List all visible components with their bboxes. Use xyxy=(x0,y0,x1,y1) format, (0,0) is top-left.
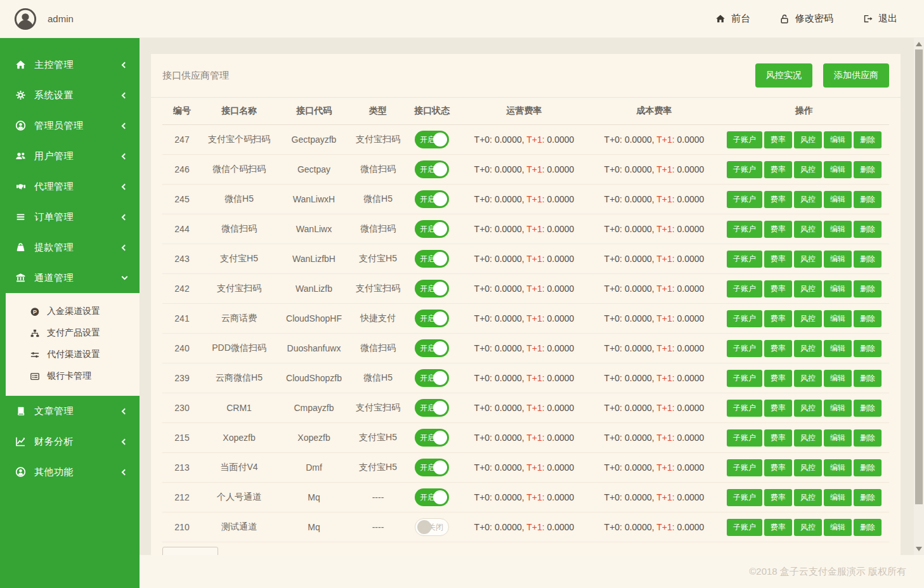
logout-link[interactable]: 退出 xyxy=(862,13,897,25)
add-provider-button[interactable]: 添加供应商 xyxy=(823,63,889,88)
subaccount-button[interactable]: 子账户 xyxy=(727,221,762,238)
edit-button[interactable]: 编辑 xyxy=(824,251,852,268)
edit-button[interactable]: 编辑 xyxy=(824,459,852,476)
status-toggle[interactable]: 开启 xyxy=(415,369,449,387)
rate-button[interactable]: 费率 xyxy=(764,429,792,447)
delete-button[interactable]: 删除 xyxy=(854,221,882,238)
status-toggle[interactable]: 开启 xyxy=(415,429,449,447)
sidebar-item-withdraw-management[interactable]: 提款管理 xyxy=(0,232,140,263)
risk-button[interactable]: 风控 xyxy=(794,221,822,238)
status-toggle[interactable]: 开启 xyxy=(415,220,449,238)
subaccount-button[interactable]: 子账户 xyxy=(727,191,762,208)
edit-button[interactable]: 编辑 xyxy=(824,221,852,238)
risk-button[interactable]: 风控 xyxy=(794,519,822,536)
status-toggle[interactable]: 开启 xyxy=(415,190,449,208)
subaccount-button[interactable]: 子账户 xyxy=(727,519,762,536)
rate-button[interactable]: 费率 xyxy=(764,161,792,178)
delete-button[interactable]: 删除 xyxy=(854,161,882,178)
subaccount-button[interactable]: 子账户 xyxy=(727,429,762,447)
edit-button[interactable]: 编辑 xyxy=(824,310,852,327)
subaccount-button[interactable]: 子账户 xyxy=(727,340,762,357)
sidebar-item-other-functions[interactable]: 其他功能 xyxy=(0,457,140,487)
risk-button[interactable]: 风控 xyxy=(794,400,822,417)
submenu-item-deposit-channel[interactable]: P 入金渠道设置 xyxy=(6,301,140,322)
status-toggle[interactable]: 关闭 xyxy=(415,518,449,536)
risk-button[interactable]: 风控 xyxy=(794,161,822,178)
rate-button[interactable]: 费率 xyxy=(764,131,792,148)
subaccount-button[interactable]: 子账户 xyxy=(727,251,762,268)
front-site-link[interactable]: 前台 xyxy=(715,13,750,25)
delete-button[interactable]: 删除 xyxy=(854,131,882,148)
status-toggle[interactable]: 开启 xyxy=(415,488,449,506)
edit-button[interactable]: 编辑 xyxy=(824,340,852,357)
status-toggle[interactable]: 开启 xyxy=(415,250,449,268)
sidebar-item-channel-management[interactable]: 通道管理 xyxy=(0,263,140,293)
submenu-item-pay-product[interactable]: 支付产品设置 xyxy=(6,322,140,344)
risk-button[interactable]: 风控 xyxy=(794,459,822,476)
scrollbar-thumb[interactable] xyxy=(915,49,923,504)
delete-button[interactable]: 删除 xyxy=(854,191,882,208)
risk-button[interactable]: 风控 xyxy=(794,131,822,148)
submenu-item-payout-channel[interactable]: 代付渠道设置 xyxy=(6,344,140,365)
risk-button[interactable]: 风控 xyxy=(794,489,822,506)
rate-button[interactable]: 费率 xyxy=(764,280,792,297)
status-toggle[interactable]: 开启 xyxy=(415,160,449,178)
pagination-partial-button[interactable] xyxy=(162,547,218,555)
risk-live-button[interactable]: 风控实况 xyxy=(755,63,812,88)
status-toggle[interactable]: 开启 xyxy=(415,280,449,297)
sidebar-item-agent-management[interactable]: 代理管理 xyxy=(0,171,140,202)
sidebar-item-user-management[interactable]: 用户管理 xyxy=(0,141,140,171)
edit-button[interactable]: 编辑 xyxy=(824,161,852,178)
vertical-scrollbar[interactable] xyxy=(914,38,924,555)
submenu-item-bank-card[interactable]: 银行卡管理 xyxy=(6,365,140,387)
rate-button[interactable]: 费率 xyxy=(764,489,792,506)
scroll-up-arrow-icon[interactable] xyxy=(916,42,922,46)
status-toggle[interactable]: 开启 xyxy=(415,131,449,148)
delete-button[interactable]: 删除 xyxy=(854,251,882,268)
subaccount-button[interactable]: 子账户 xyxy=(727,459,762,476)
rate-button[interactable]: 费率 xyxy=(764,370,792,387)
sidebar-item-admin-management[interactable]: 管理员管理 xyxy=(0,110,140,141)
status-toggle[interactable]: 开启 xyxy=(415,339,449,357)
change-password-link[interactable]: 修改密码 xyxy=(779,13,833,25)
sidebar-item-system-settings[interactable]: 系统设置 xyxy=(0,80,140,110)
sidebar-item-finance-analysis[interactable]: 财务分析 xyxy=(0,426,140,457)
edit-button[interactable]: 编辑 xyxy=(824,400,852,417)
edit-button[interactable]: 编辑 xyxy=(824,280,852,297)
delete-button[interactable]: 删除 xyxy=(854,280,882,297)
edit-button[interactable]: 编辑 xyxy=(824,519,852,536)
rate-button[interactable]: 费率 xyxy=(764,191,792,208)
sidebar-item-main-control[interactable]: 主控管理 xyxy=(0,49,140,80)
edit-button[interactable]: 编辑 xyxy=(824,429,852,447)
rate-button[interactable]: 费率 xyxy=(764,400,792,417)
risk-button[interactable]: 风控 xyxy=(794,191,822,208)
risk-button[interactable]: 风控 xyxy=(794,340,822,357)
subaccount-button[interactable]: 子账户 xyxy=(727,280,762,297)
subaccount-button[interactable]: 子账户 xyxy=(727,489,762,506)
rate-button[interactable]: 费率 xyxy=(764,310,792,327)
delete-button[interactable]: 删除 xyxy=(854,340,882,357)
risk-button[interactable]: 风控 xyxy=(794,310,822,327)
edit-button[interactable]: 编辑 xyxy=(824,370,852,387)
status-toggle[interactable]: 开启 xyxy=(415,310,449,327)
edit-button[interactable]: 编辑 xyxy=(824,191,852,208)
subaccount-button[interactable]: 子账户 xyxy=(727,131,762,148)
risk-button[interactable]: 风控 xyxy=(794,251,822,268)
rate-button[interactable]: 费率 xyxy=(764,459,792,476)
risk-button[interactable]: 风控 xyxy=(794,429,822,447)
rate-button[interactable]: 费率 xyxy=(764,519,792,536)
subaccount-button[interactable]: 子账户 xyxy=(727,310,762,327)
scroll-down-arrow-icon[interactable] xyxy=(916,547,922,551)
subaccount-button[interactable]: 子账户 xyxy=(727,161,762,178)
subaccount-button[interactable]: 子账户 xyxy=(727,370,762,387)
risk-button[interactable]: 风控 xyxy=(794,370,822,387)
delete-button[interactable]: 删除 xyxy=(854,370,882,387)
delete-button[interactable]: 删除 xyxy=(854,400,882,417)
subaccount-button[interactable]: 子账户 xyxy=(727,400,762,417)
status-toggle[interactable]: 开启 xyxy=(415,459,449,476)
edit-button[interactable]: 编辑 xyxy=(824,489,852,506)
rate-button[interactable]: 费率 xyxy=(764,340,792,357)
sidebar-item-order-management[interactable]: 订单管理 xyxy=(0,202,140,232)
delete-button[interactable]: 删除 xyxy=(854,429,882,447)
delete-button[interactable]: 删除 xyxy=(854,489,882,506)
